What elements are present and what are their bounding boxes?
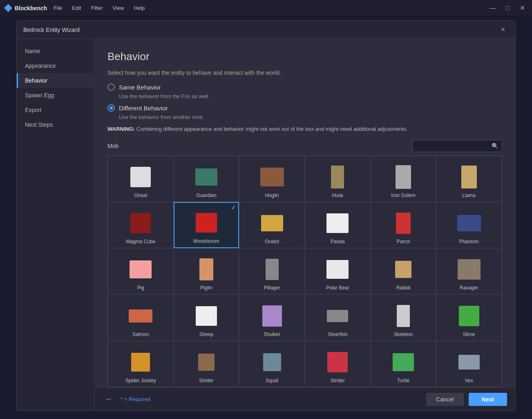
mob-sprite-slime: [456, 303, 482, 329]
mob-sprite-salmon: [127, 303, 154, 329]
mob-cell-mooshroom[interactable]: ✓Mooshroom: [174, 202, 239, 248]
menu-view[interactable]: View: [111, 4, 126, 12]
mob-sprite-sheep: [193, 303, 219, 329]
menu-help[interactable]: Help: [132, 4, 147, 12]
menu-file[interactable]: File: [52, 4, 64, 12]
required-text: = Required: [124, 396, 150, 402]
mob-name-label: Pillager: [264, 285, 280, 291]
mob-sprite-squid: [259, 349, 285, 375]
next-button[interactable]: Next: [469, 393, 507, 406]
mob-cell-piglin[interactable]: Piglin: [174, 248, 239, 294]
mob-name-label: Rabbit: [396, 285, 411, 291]
mob-cell-panda[interactable]: Panda: [305, 202, 371, 248]
title-bar: Blockbench File Edit Filter View Help — …: [0, 0, 532, 16]
mob-cell-iron-golem[interactable]: Iron Golem: [371, 156, 436, 202]
mob-cell-magma-cube[interactable]: Magma Cube: [108, 202, 174, 248]
mob-name-label: Strider: [331, 378, 345, 383]
mob-name-label: Phantom: [459, 239, 479, 244]
mob-cell-husk[interactable]: Husk: [305, 156, 371, 202]
search-box[interactable]: 🔍: [412, 140, 502, 152]
mob-name-label: Sheep: [199, 332, 214, 337]
mob-cell-shulker[interactable]: Shulker: [239, 294, 305, 341]
mob-name-label: Guardian: [196, 193, 216, 198]
maximize-button[interactable]: □: [502, 2, 513, 14]
mob-name-label: Vex: [465, 378, 473, 383]
mob-cell-hoglin[interactable]: Hoglin: [239, 156, 305, 202]
close-app-button[interactable]: ✕: [516, 2, 528, 14]
mob-name-label: Parrot: [397, 239, 410, 244]
mob-sprite-strider: [193, 349, 219, 375]
dialog-body: Name Appearance Behavior Spawn Egg Expor…: [17, 39, 515, 410]
mob-sprite-parrot: [390, 210, 416, 236]
mob-cell-strider[interactable]: Strider: [305, 341, 371, 387]
mob-cell-vex[interactable]: Vex: [436, 341, 502, 387]
mob-name-label: Llama: [462, 193, 476, 198]
dialog-close-button[interactable]: ×: [497, 24, 509, 36]
mob-label: Mob: [107, 143, 118, 149]
different-behavior-option[interactable]: Different Behavior: [107, 104, 502, 112]
required-note: * = Required: [121, 396, 421, 402]
sidebar-item-appearance[interactable]: Appearance: [17, 58, 94, 73]
mob-cell-ocelot[interactable]: Ocelot: [239, 202, 305, 248]
app-logo: Blockbench: [4, 4, 47, 12]
mob-cell-turtle[interactable]: Turtle: [371, 341, 436, 387]
app-name: Blockbench: [15, 5, 47, 11]
mob-name-label: Shulker: [264, 332, 280, 337]
menu-edit[interactable]: Edit: [70, 4, 83, 12]
mob-name-label: Skeleton: [394, 332, 413, 337]
mob-name-label: Panda: [331, 239, 345, 244]
mob-sprite-llama: [456, 164, 482, 190]
mob-cell-squid[interactable]: Squid: [239, 341, 305, 387]
mob-cell-slime[interactable]: Slime: [436, 294, 502, 341]
sidebar-item-spawn-egg[interactable]: Spawn Egg: [17, 88, 94, 103]
same-behavior-desc: Use the behavior from the Fox as well.: [119, 93, 502, 99]
mob-cell-pig[interactable]: Pig: [108, 248, 174, 294]
mob-cell-sheep[interactable]: Sheep: [174, 294, 239, 341]
mob-cell-salmon[interactable]: Salmon: [108, 294, 174, 341]
search-input[interactable]: [416, 143, 489, 149]
mob-sprite-phantom: [456, 210, 482, 236]
mob-cell-parrot[interactable]: Parrot: [371, 202, 436, 248]
mob-sprite-magma-cube: [127, 210, 154, 236]
back-button[interactable]: ←: [103, 393, 116, 406]
dialog: Bedrock Entity Wizard × Name Appearance …: [16, 20, 516, 411]
different-behavior-desc: Use the behavior from another mob.: [119, 114, 502, 120]
mob-cell-polar-bear[interactable]: Polar Bear: [305, 248, 371, 294]
mob-cell-phantom[interactable]: Phantom: [436, 202, 502, 248]
mob-cell-guardian[interactable]: Guardian: [174, 156, 239, 202]
mob-name-label: Magma Cube: [126, 239, 155, 244]
mob-name-label: Ocelot: [265, 239, 279, 244]
same-behavior-radio[interactable]: [107, 83, 115, 91]
mob-cell-rabbit[interactable]: Rabbit: [371, 248, 436, 294]
mob-cell-llama[interactable]: Llama: [436, 156, 502, 202]
mob-sprite-piglin: [193, 256, 219, 282]
cancel-button[interactable]: Cancel: [426, 393, 464, 406]
mob-name-label: Hoglin: [265, 193, 279, 198]
mob-cell-spider-jockey[interactable]: Spider Jockey: [108, 341, 174, 387]
mob-grid-container: GhastGuardianHoglinHuskIron GolemLlamaMa…: [107, 155, 502, 388]
same-behavior-option[interactable]: Same Behavior: [107, 83, 502, 91]
mob-cell-silverfish[interactable]: Silverfish: [305, 294, 371, 341]
mob-cell-ghast[interactable]: Ghast: [108, 156, 174, 202]
mob-cell-strider[interactable]: Strider: [174, 341, 239, 387]
mob-sprite-ravager: [456, 256, 482, 282]
menu-bar: File Edit Filter View Help: [52, 4, 482, 12]
sidebar-item-export[interactable]: Export: [17, 103, 94, 117]
mob-sprite-polar-bear: [324, 256, 351, 282]
search-icon: 🔍: [492, 143, 498, 149]
sidebar-item-behavior[interactable]: Behavior: [17, 73, 94, 88]
sidebar-item-name[interactable]: Name: [17, 44, 94, 58]
bottom-bar: ← * = Required Cancel Next: [94, 388, 515, 410]
mob-name-label: Turtle: [397, 378, 409, 383]
mob-cell-pillager[interactable]: Pillager: [239, 248, 305, 294]
menu-filter[interactable]: Filter: [89, 4, 105, 12]
mob-cell-ravager[interactable]: Ravager: [436, 248, 502, 294]
mob-search-row: Mob 🔍: [107, 140, 502, 152]
subtitle-text: Select how you want the entity to behave…: [107, 69, 502, 76]
different-behavior-radio[interactable]: [107, 104, 115, 112]
window-controls: — □ ✕: [487, 2, 528, 14]
minimize-button[interactable]: —: [487, 2, 498, 14]
mob-cell-skeleton[interactable]: Skeleton: [371, 294, 436, 341]
sidebar-item-next-steps[interactable]: Next Steps: [17, 117, 94, 132]
warning-label: WARNING:: [107, 126, 135, 132]
